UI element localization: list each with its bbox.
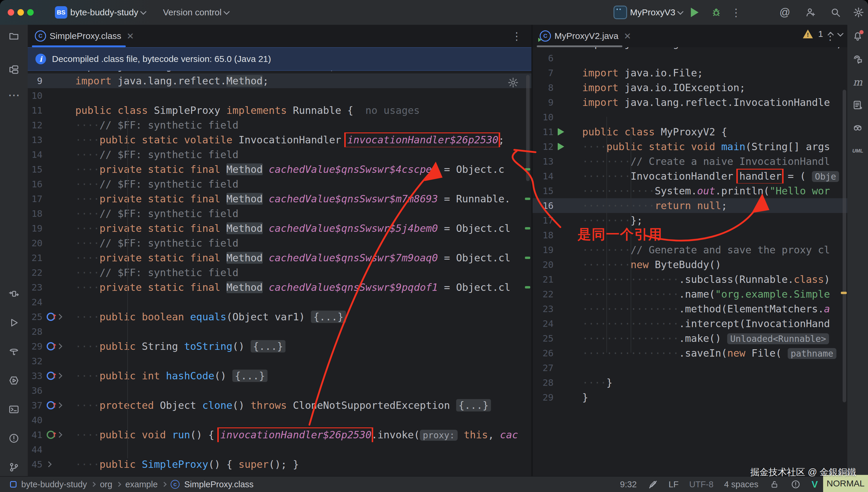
notifications-button[interactable] [850, 29, 865, 43]
line-number[interactable]: 19 [28, 221, 43, 236]
breadcrumb-item[interactable]: byte-buddy-study [21, 479, 87, 489]
right-editor-scrollbar[interactable] [843, 90, 846, 402]
line-number[interactable]: 14 [28, 147, 43, 162]
unlocked-icon[interactable] [769, 479, 780, 490]
line-number[interactable]: 7 [533, 66, 554, 80]
line-number[interactable]: 17 [533, 213, 554, 228]
more-actions-button[interactable]: ⋮ [731, 0, 741, 25]
debug-button[interactable] [709, 0, 723, 25]
line-number[interactable]: 12 [533, 139, 554, 154]
highlighting-level-icon[interactable] [790, 479, 801, 490]
fold-chevron-icon[interactable] [56, 343, 62, 349]
file-encoding[interactable]: UTF-8 [689, 479, 713, 489]
line-number[interactable]: 29 [28, 339, 43, 354]
close-icon[interactable]: ✕ [624, 31, 631, 41]
caret-position[interactable]: 9:32 [620, 479, 636, 489]
line-number[interactable]: 41 [28, 427, 43, 442]
line-number[interactable]: 19 [533, 243, 554, 257]
line-number[interactable]: 27 [533, 361, 554, 375]
tab-simpleproxy-class[interactable]: C SimpleProxy.class ✕ [32, 25, 137, 47]
left-code-area[interactable]: import java.lang.reflect.InvocationHandl… [28, 71, 532, 476]
run-line-icon[interactable] [558, 128, 564, 136]
project-tool-button[interactable] [7, 29, 21, 43]
line-number[interactable]: 10 [28, 88, 43, 103]
line-number[interactable]: 28 [533, 375, 554, 390]
indent-setting[interactable]: 4 spaces [724, 479, 758, 489]
line-number[interactable]: 6 [533, 51, 554, 66]
override-gutter-icon[interactable] [47, 372, 55, 380]
ai-assistant-tool-button[interactable] [850, 52, 865, 66]
line-number[interactable]: 25 [533, 331, 554, 346]
line-number[interactable]: 18 [28, 206, 43, 221]
line-number[interactable]: 22 [28, 265, 43, 280]
override-gutter-icon[interactable] [47, 342, 55, 350]
line-number[interactable]: 21 [533, 272, 554, 287]
folded-region[interactable]: {...} [456, 399, 491, 412]
problems-tool-button[interactable] [7, 431, 21, 445]
version-control-tool-button[interactable] [7, 460, 21, 474]
line-number[interactable]: 15 [533, 183, 554, 198]
folded-region[interactable]: {...} [311, 311, 346, 323]
line-number[interactable]: 24 [533, 316, 554, 331]
line-number[interactable]: 36 [28, 383, 43, 398]
fold-chevron-icon[interactable] [56, 432, 62, 438]
line-number[interactable]: 23 [533, 301, 554, 316]
line-number[interactable]: 9 [533, 95, 554, 110]
line-number[interactable]: 24 [28, 295, 43, 310]
project-widget[interactable]: BS byte-buddy-study [55, 0, 145, 25]
breadcrumb-item[interactable]: SimpleProxy.class [184, 479, 254, 489]
ai-assistant-button[interactable]: @ [779, 0, 790, 25]
folded-region[interactable]: {...} [251, 340, 285, 352]
previous-problem-icon[interactable] [827, 31, 834, 38]
search-everywhere-button[interactable] [828, 0, 843, 25]
fold-chevron-icon[interactable] [56, 402, 62, 408]
line-number[interactable]: 8 [533, 80, 554, 95]
fold-chevron-icon[interactable] [56, 373, 62, 379]
terminal-tool-button[interactable] [7, 402, 21, 417]
line-number[interactable]: 20 [533, 257, 554, 272]
line-number[interactable]: 40 [28, 413, 43, 427]
copilot-tool-button[interactable] [850, 121, 865, 135]
override-gutter-icon[interactable] [47, 401, 55, 410]
line-number[interactable]: 13 [533, 154, 554, 169]
tab-myproxyv2-java[interactable]: C MyProxyV2.java ✕ [537, 25, 634, 47]
fold-chevron-icon[interactable] [56, 314, 62, 320]
minimize-window-button[interactable] [18, 9, 24, 16]
override-gutter-icon[interactable] [47, 313, 55, 321]
line-number[interactable]: 12 [28, 118, 43, 132]
line-number[interactable]: 37 [28, 398, 43, 413]
line-number[interactable]: 18 [533, 228, 554, 243]
line-number[interactable]: 32 [28, 354, 43, 368]
fold-chevron-icon[interactable] [46, 461, 52, 467]
left-editor-scrollbar[interactable] [526, 75, 530, 181]
line-number[interactable]: 29 [533, 390, 554, 405]
maven-tool-button[interactable]: m [850, 75, 865, 89]
editor-settings-gear-icon[interactable] [507, 77, 519, 90]
line-number[interactable]: 33 [28, 368, 43, 383]
line-number[interactable]: 10 [533, 110, 554, 124]
ideavim-icon[interactable]: V [812, 479, 818, 490]
next-problem-icon[interactable] [837, 30, 844, 36]
line-number[interactable]: 45 [28, 457, 43, 472]
line-number[interactable]: 22 [533, 287, 554, 301]
maximize-window-button[interactable] [27, 9, 34, 16]
line-number[interactable] [28, 71, 43, 73]
build-tool-button[interactable] [7, 345, 21, 359]
services-tool-button[interactable] [7, 373, 21, 388]
run-tool-button[interactable] [7, 316, 21, 330]
breadcrumb-item[interactable]: example [125, 479, 158, 489]
run-configuration-widget[interactable]: MyProxyV3 [613, 0, 683, 25]
run-line-icon[interactable] [558, 143, 564, 150]
settings-button[interactable] [851, 0, 866, 25]
run-button[interactable] [691, 0, 699, 25]
structure-tool-button[interactable] [7, 63, 21, 77]
code-with-me-button[interactable] [804, 0, 818, 25]
line-number[interactable]: 26 [533, 346, 554, 361]
line-number[interactable]: 28 [28, 324, 43, 339]
readonly-toggle-icon[interactable] [648, 479, 658, 490]
line-number[interactable]: 15 [28, 162, 43, 177]
implements-gutter-icon[interactable] [47, 430, 55, 439]
close-icon[interactable]: ✕ [127, 31, 134, 41]
line-number[interactable]: 25 [28, 310, 43, 324]
line-separator[interactable]: LF [669, 479, 679, 489]
